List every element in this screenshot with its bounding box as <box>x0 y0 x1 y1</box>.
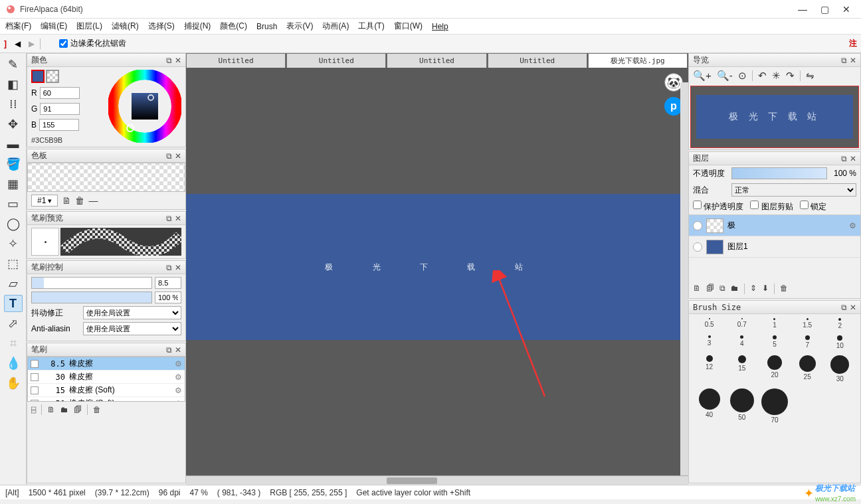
swatch-set-select[interactable]: #1 ▾ <box>31 195 58 207</box>
brush-item[interactable]: 15橡皮擦 (Soft)⚙ <box>28 384 185 397</box>
document-tab[interactable]: Untitled <box>286 53 386 68</box>
brush-size-item[interactable]: 5 <box>758 335 791 351</box>
gear-icon[interactable]: ⚙ <box>849 221 856 230</box>
layer-list[interactable]: 极⚙图层1 <box>689 214 860 280</box>
brush-item[interactable]: 50橡皮擦 (Soft)⚙ <box>28 397 185 402</box>
lock-checkbox[interactable]: 锁定 <box>800 201 826 212</box>
close-panel-icon[interactable]: ✕ <box>175 214 181 223</box>
close-panel-icon[interactable]: ✕ <box>175 56 181 65</box>
close-panel-icon[interactable]: ✕ <box>175 151 181 161</box>
brush-tool[interactable]: ✎ <box>4 56 23 73</box>
close-panel-icon[interactable]: ✕ <box>850 56 856 65</box>
blend-select[interactable]: 正常 <box>731 183 856 197</box>
zoom-in-icon[interactable]: 🔍+ <box>693 70 712 82</box>
zoom-out-icon[interactable]: 🔍- <box>717 70 733 82</box>
document-tab[interactable]: 极光下载站.jpg <box>588 53 688 68</box>
undock-icon[interactable]: ⧉ <box>841 56 847 65</box>
swatches-header[interactable]: 色板 ⧉✕ <box>27 149 185 163</box>
undock-icon[interactable]: ⧉ <box>841 303 847 312</box>
brush-size-item[interactable]: 40 <box>693 388 725 426</box>
pointer-tool[interactable]: ⬀ <box>4 315 23 332</box>
close-panel-icon[interactable]: ✕ <box>850 303 856 312</box>
fill-tool[interactable]: ▬ <box>4 135 23 153</box>
brush-size-item[interactable]: 7 <box>791 335 824 351</box>
input-r[interactable] <box>40 87 80 99</box>
brush-size-item[interactable]: 30 <box>824 355 856 384</box>
color-header[interactable]: 颜色 ⧉✕ <box>27 54 185 67</box>
brush-list[interactable]: 8.5橡皮擦⚙30橡皮擦⚙15橡皮擦 (Soft)⚙50橡皮擦 (Soft)⚙ <box>27 357 185 402</box>
foreground-swatch[interactable] <box>31 70 45 83</box>
visibility-toggle[interactable] <box>693 242 702 252</box>
menu-window[interactable]: 窗口(W) <box>394 21 423 32</box>
menu-filter[interactable]: 滤镜(R) <box>112 21 139 32</box>
swatches-grid[interactable] <box>27 163 185 192</box>
eyedropper-tool[interactable]: 💧 <box>4 355 23 372</box>
layer-header[interactable]: 图层 ⧉✕ <box>689 152 860 165</box>
clipping-checkbox[interactable]: 图层剪贴 <box>750 201 793 212</box>
menu-brush[interactable]: Brush <box>256 22 277 31</box>
undock-icon[interactable]: ⧉ <box>166 214 172 223</box>
delete-swatch-icon[interactable]: 🗑 <box>75 195 84 206</box>
navigator-header[interactable]: 导览 ⧉✕ <box>689 54 860 67</box>
brush-size-item[interactable]: 1 <box>758 318 791 331</box>
dup-layer-icon[interactable]: ⧉ <box>719 284 725 294</box>
menu-edit[interactable]: 编辑(E) <box>41 21 67 32</box>
folder-brush-icon[interactable]: 🖿 <box>60 405 68 414</box>
zoom-fit-icon[interactable]: ⊙ <box>738 70 747 82</box>
brush-control-header[interactable]: 笔刷控制 ⧉✕ <box>27 261 185 274</box>
menu-file[interactable]: 档案(F) <box>5 21 31 32</box>
brush-opacity-value[interactable] <box>155 292 181 303</box>
pen-tool[interactable]: ▱ <box>4 275 23 292</box>
undock-icon[interactable]: ⧉ <box>166 56 172 65</box>
brush-list-header[interactable]: 笔刷 ⧉✕ <box>27 343 185 357</box>
brush-size-item[interactable]: 1.5 <box>791 318 824 331</box>
navigator-preview[interactable]: 极 光 下 载 站 <box>690 86 859 148</box>
dot-tool[interactable]: ⁞⁞ <box>4 96 23 113</box>
merge-icon[interactable]: ⇕ <box>750 284 757 294</box>
brush-size-grid[interactable]: 0.50.711.523457101215202530405070 <box>689 314 860 434</box>
eraser-tool[interactable]: ◧ <box>4 76 23 93</box>
aa-select[interactable]: 使用全局设置 <box>83 322 181 335</box>
maximize-button[interactable]: ▢ <box>820 4 829 15</box>
menu-view[interactable]: 表示(V) <box>286 21 313 32</box>
new-group-icon[interactable]: 🗐 <box>706 284 714 294</box>
dup-brush-icon[interactable]: 🗐 <box>74 405 82 414</box>
reset-icon[interactable]: ✳ <box>772 70 781 82</box>
undock-icon[interactable]: ⧉ <box>166 151 172 161</box>
brush-size-item[interactable]: 12 <box>693 355 725 384</box>
layer-item[interactable]: 图层1 <box>689 236 860 258</box>
wand-tool[interactable]: ✧ <box>4 235 23 252</box>
brush-item[interactable]: 8.5橡皮擦⚙ <box>28 357 185 371</box>
visibility-toggle[interactable] <box>693 221 702 230</box>
close-panel-icon[interactable]: ✕ <box>175 263 181 272</box>
rotate-ccw-icon[interactable]: ↶ <box>758 70 767 82</box>
brush-size-header[interactable]: Brush Size ⧉✕ <box>689 301 860 314</box>
prev-button[interactable]: ◀ <box>15 39 21 48</box>
brush-item[interactable]: 30橡皮擦⚙ <box>28 371 185 384</box>
close-panel-icon[interactable]: ✕ <box>850 154 856 163</box>
brush-size-item[interactable]: 4 <box>725 335 758 351</box>
brush-size-item[interactable]: 20 <box>758 355 791 384</box>
menu-capture[interactable]: 捕捉(N) <box>184 21 211 32</box>
brush-size-item[interactable]: 0.5 <box>693 318 725 331</box>
brush-preview-header[interactable]: 笔刷预览 ⧉✕ <box>27 212 185 225</box>
menu-select[interactable]: 选择(S) <box>148 21 175 32</box>
document-tab[interactable]: Untitled <box>387 53 486 68</box>
brush-size-item[interactable]: 3 <box>693 335 725 351</box>
swatch-line-icon[interactable]: — <box>88 195 98 206</box>
brush-size-item[interactable]: 10 <box>824 335 856 351</box>
gradient-tool[interactable]: ▦ <box>4 175 23 193</box>
opacity-slider[interactable] <box>731 167 827 179</box>
canvas-vscroll[interactable] <box>680 82 688 475</box>
brush-size-slider[interactable] <box>31 277 152 289</box>
shape-tool[interactable]: ⌗ <box>4 335 23 352</box>
protect-alpha-checkbox[interactable]: 保护透明度 <box>693 201 743 212</box>
ellipse-select-tool[interactable]: ◯ <box>4 215 23 232</box>
background-swatch[interactable] <box>46 70 59 83</box>
canvas-hscroll[interactable] <box>186 475 688 485</box>
brush-size-item[interactable]: 70 <box>758 388 791 426</box>
next-button[interactable]: ▶ <box>29 39 35 48</box>
brush-size-item[interactable]: 2 <box>824 318 856 331</box>
input-b[interactable] <box>39 119 79 131</box>
antialias-checkbox[interactable]: 边缘柔化抗锯齿 <box>59 38 126 49</box>
